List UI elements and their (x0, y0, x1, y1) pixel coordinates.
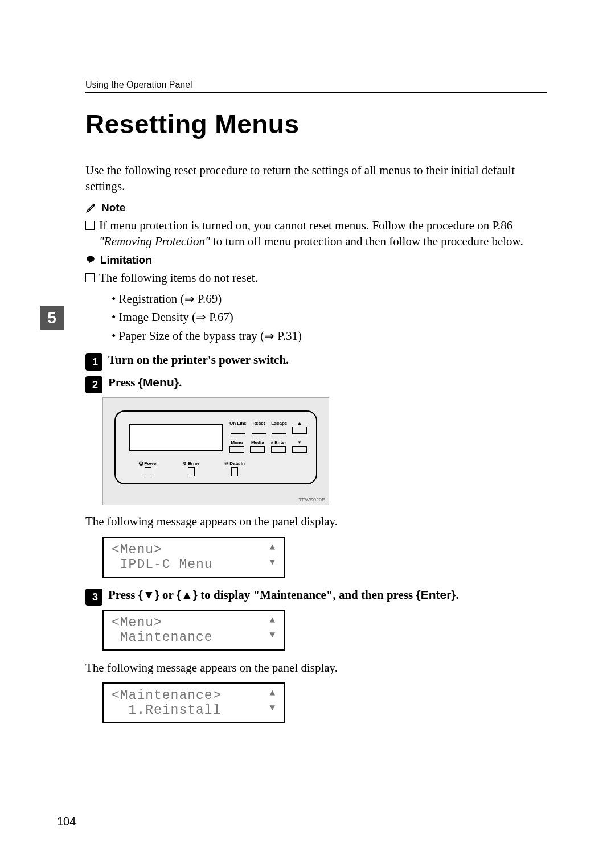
step-number-2: 2 (88, 379, 102, 391)
down-button: ▼ (292, 440, 307, 453)
step-2-text: Press {Menu}. (108, 376, 182, 390)
bullet-item: Paper Size of the bypass tray (⇒ P.31) (112, 327, 547, 345)
step-number-3: 3 (88, 591, 102, 603)
step-number-1: 1 (88, 356, 102, 368)
step-2: 2 Press {Menu}. (85, 375, 547, 392)
menu-button: Menu (229, 440, 244, 453)
panel-outline: On Line Reset Escape ▲ Menu Media # Ente… (114, 410, 317, 484)
up-button: ▲ (292, 421, 307, 434)
operation-panel-figure: On Line Reset Escape ▲ Menu Media # Ente… (102, 397, 329, 505)
down-arrow-icon: ▼ (269, 557, 276, 572)
note-heading: Note (85, 201, 547, 214)
lcd-display-3: <Maintenance>▲ 1.Reinstall▼ (102, 682, 285, 723)
menu-key-label: Menu (143, 376, 174, 389)
checkbox-icon (85, 221, 95, 230)
panel-leds: ⏻ Power ↯ Error ⇄ Data In (138, 461, 245, 476)
limitation-heading: Limitation (85, 254, 547, 266)
step-1-text: Turn on the printer's power switch. (108, 353, 289, 367)
panel-lcd (129, 424, 223, 451)
pencil-icon (85, 202, 97, 213)
up-arrow-icon: ▲ (269, 688, 276, 703)
power-led: ⏻ Power (138, 461, 158, 476)
svg-point-0 (87, 256, 95, 262)
bullet-item: Registration (⇒ P.69) (112, 290, 547, 308)
chapter-tab: 5 (40, 306, 64, 330)
media-button: Media (250, 440, 265, 453)
after-lcd2-msg: The following message appears on the pan… (85, 660, 547, 676)
intro-text: Use the following reset procedure to ret… (85, 162, 547, 195)
down-key-label: ▼ (143, 588, 155, 601)
lcd-display-2: <Menu>▲ Maintenance▼ (102, 610, 285, 651)
escape-button: Escape (271, 421, 287, 434)
enter-key-label: Enter (421, 588, 452, 601)
lcd2-line1: <Menu> (112, 615, 162, 630)
lcd1-line2: IPDL-C Menu (112, 557, 213, 572)
note-label: Note (101, 201, 125, 214)
down-arrow-icon: ▼ (269, 630, 276, 645)
limitation-list: The following items do not reset. (85, 270, 547, 286)
page: Using the Operation Panel Resetting Menu… (0, 0, 615, 868)
note-list: If menu protection is turned on, you can… (85, 217, 547, 250)
data-in-led: ⇄ Data In (224, 461, 245, 476)
error-led: ↯ Error (183, 461, 199, 476)
up-arrow-icon: ▲ (269, 542, 276, 557)
lcd2-line2: Maintenance (112, 630, 213, 645)
s3-mid: or (159, 588, 177, 602)
step-3-text: Press {▼} or {▲} to display "Maintenance… (108, 588, 459, 602)
s3-post: . (456, 588, 459, 602)
lcd3-line2: 1.Reinstall (112, 703, 221, 718)
step-number-icon: 2 (85, 376, 102, 393)
step-2-post: . (179, 376, 182, 389)
lcd3-line1: <Maintenance> (112, 688, 221, 703)
note-item: If menu protection is turned on, you can… (85, 217, 547, 250)
step-1: 1 Turn on the printer's power switch. (85, 352, 547, 369)
enter-button: # Enter (271, 440, 286, 453)
panel-button-row-2: Menu Media # Enter ▼ (229, 440, 307, 453)
page-title: Resetting Menus (85, 109, 547, 139)
checkbox-icon (85, 273, 95, 282)
running-head: Using the Operation Panel (85, 80, 547, 93)
step-number-icon: 1 (85, 353, 102, 371)
lcd1-line1: <Menu> (112, 542, 162, 557)
limitation-intro: The following items do not reset. (99, 270, 258, 286)
note-item-text: If menu protection is turned on, you can… (99, 217, 547, 250)
speech-bubble-icon (85, 255, 96, 265)
note-text-pre: If menu protection is turned on, you can… (99, 219, 512, 232)
online-button: On Line (229, 421, 247, 434)
reset-button: Reset (252, 421, 266, 434)
panel-button-row-1: On Line Reset Escape ▲ (229, 421, 307, 434)
limitation-item: The following items do not reset. (85, 270, 547, 286)
figure-caption: TFWS020E (298, 497, 325, 503)
step-3: 3 Press {▼} or {▲} to display "Maintenan… (85, 587, 547, 604)
after-panel-msg: The following message appears on the pan… (85, 513, 547, 529)
step-number-icon: 3 (85, 589, 102, 606)
step-2-pre: Press (108, 376, 138, 389)
bullet-list: Registration (⇒ P.69) Image Density (⇒ P… (112, 290, 547, 345)
s3-mid2: to display "Maintenance", and then press (198, 588, 416, 602)
bullet-item: Image Density (⇒ P.67) (112, 308, 547, 327)
up-arrow-icon: ▲ (269, 615, 276, 630)
note-text-post: to turn off menu protection and then fol… (210, 235, 523, 248)
page-number: 104 (57, 815, 76, 828)
lcd-display-1: <Menu>▲ IPDL-C Menu▼ (102, 537, 285, 578)
down-arrow-icon: ▼ (269, 703, 276, 718)
note-text-ital: "Removing Protection" (99, 235, 210, 248)
limitation-label: Limitation (100, 254, 152, 266)
up-key-label: ▲ (181, 588, 193, 601)
s3-pre: Press (108, 588, 138, 602)
